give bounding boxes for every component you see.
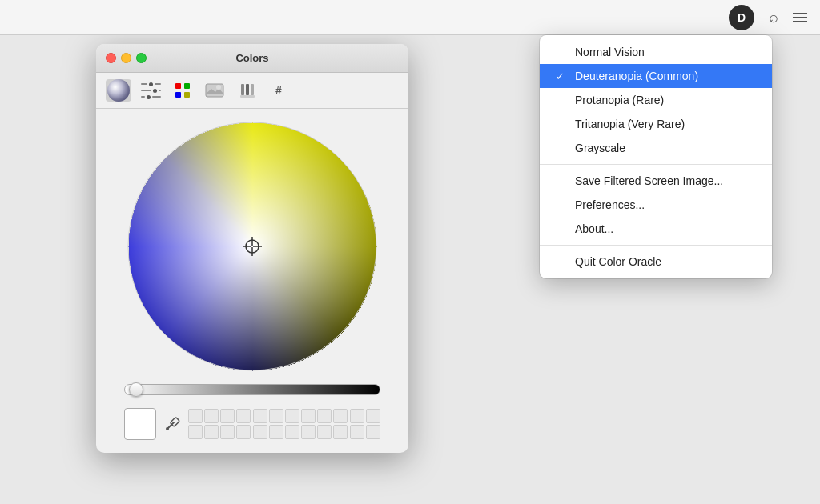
swatch-cell[interactable]	[188, 425, 203, 439]
swatch-cell[interactable]	[285, 409, 299, 423]
color-wheel-tab[interactable]	[106, 79, 131, 102]
menu-item-normal-vision[interactable]: Normal Vision	[540, 40, 772, 64]
swatch-cell[interactable]	[204, 409, 219, 423]
color-sliders-tab[interactable]	[138, 79, 163, 102]
color-wheel-canvas[interactable]	[124, 118, 380, 374]
swatch-cell[interactable]	[236, 425, 251, 439]
svg-rect-7	[241, 84, 244, 95]
crayon-tab[interactable]	[234, 79, 259, 102]
swatch-area	[124, 405, 380, 443]
menu-item-label: About...	[575, 222, 613, 235]
image-icon	[205, 82, 224, 98]
swatch-cell[interactable]	[301, 425, 316, 439]
svg-rect-9	[251, 84, 254, 95]
panel-title: Colors	[235, 52, 268, 64]
swatch-cell[interactable]	[220, 425, 235, 439]
sphere-icon	[107, 79, 130, 102]
swatch-cell[interactable]	[220, 409, 235, 423]
brightness-slider[interactable]	[124, 382, 380, 397]
menu-item-about[interactable]: About...	[540, 217, 772, 241]
current-color-swatch[interactable]	[124, 408, 156, 440]
image-palette-tab[interactable]	[202, 79, 227, 102]
hex-icon: #	[275, 84, 282, 97]
menu-item-label: Save Filtered Screen Image...	[575, 174, 723, 187]
minimize-button[interactable]	[121, 53, 131, 63]
swatch-cell[interactable]	[333, 409, 348, 423]
traffic-lights	[106, 53, 147, 63]
panel-toolbar: #	[96, 73, 408, 109]
hamburger-menu-icon[interactable]	[793, 13, 807, 22]
swatch-cell[interactable]	[204, 425, 219, 439]
menu-item-save-filtered[interactable]: Save Filtered Screen Image...	[540, 169, 772, 193]
dropdown-menu: Normal Vision✓Deuteranopia (Common)Prota…	[540, 35, 772, 278]
menu-item-label: Tritanopia (Very Rare)	[575, 118, 685, 130]
swatch-cell[interactable]	[366, 425, 380, 439]
swatch-cell[interactable]	[253, 425, 267, 439]
close-button[interactable]	[106, 53, 116, 63]
menu-item-tritanopia[interactable]: Tritanopia (Very Rare)	[540, 112, 772, 136]
menu-item-preferences[interactable]: Preferences...	[540, 193, 772, 217]
swatch-cell[interactable]	[285, 425, 299, 439]
hex-tab[interactable]: #	[266, 79, 291, 102]
menu-item-label: Grayscale	[575, 142, 625, 154]
eyedropper-icon[interactable]	[163, 414, 182, 434]
checkmark-icon: ✓	[556, 70, 569, 82]
menu-item-quit[interactable]: Quit Color Oracle	[540, 250, 772, 274]
palette-grid-icon	[174, 82, 191, 99]
menu-item-grayscale[interactable]: Grayscale	[540, 136, 772, 160]
panel-content	[96, 109, 408, 453]
menu-item-label: Normal Vision	[575, 46, 645, 58]
colors-panel: Colors	[96, 44, 408, 453]
color-palette-tab[interactable]	[170, 79, 195, 102]
brightness-track	[124, 384, 380, 395]
swatch-cell[interactable]	[188, 409, 203, 423]
swatch-cell[interactable]	[253, 409, 267, 423]
menu-item-label: Deuteranopia (Common)	[575, 70, 698, 82]
swatch-cell[interactable]	[269, 425, 283, 439]
crayon-icon	[238, 82, 255, 99]
menu-item-deuteranopia[interactable]: ✓Deuteranopia (Common)	[540, 64, 772, 88]
brightness-thumb[interactable]	[129, 382, 143, 397]
swatch-cell[interactable]	[317, 425, 332, 439]
svg-rect-10	[240, 95, 255, 98]
menu-divider	[540, 164, 772, 165]
maximize-button[interactable]	[136, 53, 147, 63]
menubar: D ⌕	[0, 0, 820, 35]
swatches-grid	[188, 409, 380, 439]
menu-item-label: Quit Color Oracle	[575, 255, 661, 268]
swatch-cell[interactable]	[301, 409, 316, 423]
menu-item-label: Protanopia (Rare)	[575, 94, 664, 106]
svg-rect-3	[184, 92, 190, 98]
svg-point-13	[166, 427, 169, 430]
svg-rect-8	[246, 84, 249, 95]
swatch-cell[interactable]	[333, 425, 348, 439]
swatch-cell[interactable]	[350, 409, 364, 423]
search-icon[interactable]: ⌕	[769, 8, 778, 26]
app-icon[interactable]: D	[729, 5, 754, 30]
menu-item-label: Preferences...	[575, 198, 645, 211]
svg-point-6	[216, 85, 221, 90]
panel-titlebar: Colors	[96, 44, 408, 73]
menu-divider	[540, 245, 772, 246]
color-wheel-container[interactable]	[124, 118, 380, 374]
svg-rect-4	[206, 84, 223, 97]
sliders-icon	[139, 81, 163, 101]
swatch-cell[interactable]	[350, 425, 364, 439]
svg-rect-0	[175, 83, 181, 89]
app-icon-label: D	[738, 11, 746, 24]
menu-item-protanopia[interactable]: Protanopia (Rare)	[540, 88, 772, 112]
svg-rect-1	[184, 83, 190, 89]
swatch-cell[interactable]	[269, 409, 283, 423]
swatch-cell[interactable]	[317, 409, 332, 423]
svg-rect-2	[175, 92, 181, 98]
swatch-cell[interactable]	[366, 409, 380, 423]
swatch-cell[interactable]	[236, 409, 251, 423]
